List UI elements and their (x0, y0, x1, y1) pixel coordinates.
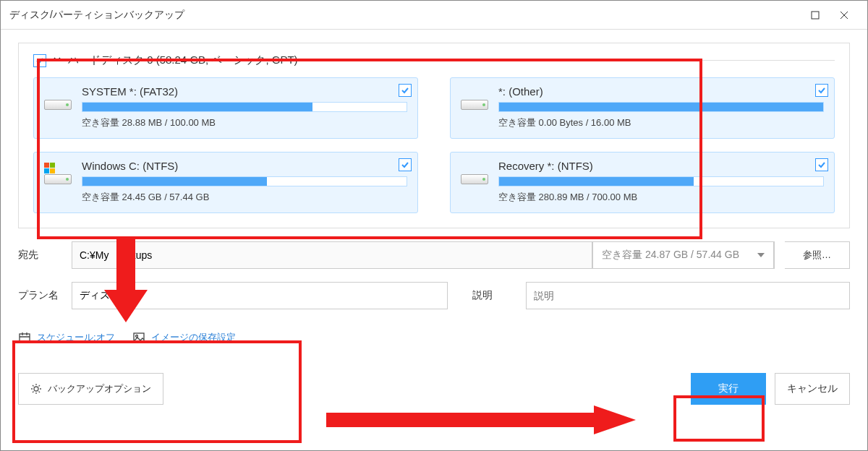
partition-grid: SYSTEM *: (FAT32) 空き容量 28.88 MB / 100.00… (33, 77, 835, 213)
schedule-text: スケジュール:オフ (37, 331, 115, 344)
calendar-icon (18, 331, 31, 344)
usage-bar (498, 176, 824, 186)
annotation-arrow-right (326, 405, 637, 437)
disk-checkbox[interactable] (33, 54, 46, 67)
partition-card[interactable]: SYSTEM *: (FAT32) 空き容量 28.88 MB / 100.00… (33, 77, 418, 139)
titlebar: ディスク/パーティションバックアップ (1, 1, 867, 30)
partition-card[interactable]: Recovery *: (NTFS) 空き容量 280.89 MB / 700.… (450, 152, 835, 213)
drive-icon (44, 90, 73, 119)
description-label: 説明 (472, 289, 516, 302)
svg-rect-2 (134, 333, 144, 342)
disk-panel: ハードディスク 0 (58.24 GB, ベーシック, GPT) SYSTEM … (18, 43, 850, 228)
image-icon (132, 331, 145, 344)
partition-name: SYSTEM *: (FAT32) (82, 85, 407, 98)
backup-options-label: バックアップオプション (48, 382, 151, 395)
description-input[interactable] (526, 282, 850, 309)
disk-header: ハードディスク 0 (58.24 GB, ベーシック, GPT) (33, 53, 835, 67)
partition-free: 空き容量 24.45 GB / 57.44 GB (82, 191, 407, 204)
partition-card[interactable]: Windows C: (NTFS) 空き容量 24.45 GB / 57.44 … (33, 152, 418, 213)
schedule-link[interactable]: スケジュール:オフ (18, 331, 115, 344)
partition-checkbox[interactable] (815, 158, 828, 171)
partition-name: Recovery *: (NTFS) (498, 160, 824, 172)
destination-dropdown[interactable] (748, 241, 774, 269)
annotation-arrow-down (101, 239, 151, 328)
chevron-down-icon[interactable] (52, 54, 62, 66)
partition-checkbox[interactable] (399, 158, 412, 171)
plan-label: プラン名 (18, 289, 61, 302)
partition-checkbox[interactable] (399, 84, 412, 97)
svg-point-4 (34, 387, 38, 391)
partition-free: 空き容量 28.88 MB / 100.00 MB (82, 116, 407, 129)
usage-bar (82, 176, 407, 186)
svg-rect-1 (20, 334, 30, 343)
destination-free-label: 空き容量 24.87 GB / 57.44 GB (593, 249, 748, 262)
usage-bar (82, 102, 407, 112)
partition-checkbox[interactable] (815, 84, 828, 97)
drive-icon (461, 90, 490, 119)
cancel-button[interactable]: キャンセル (775, 373, 850, 405)
backup-options-button[interactable]: バックアップオプション (18, 373, 163, 405)
window-title: ディスク/パーティションバックアップ (9, 9, 801, 22)
svg-rect-0 (812, 12, 819, 19)
retention-link[interactable]: イメージの保存設定 (132, 331, 236, 344)
destination-label: 宛先 (18, 249, 61, 262)
retention-text: イメージの保存設定 (151, 331, 236, 344)
windows-icon (44, 163, 56, 174)
close-button[interactable] (830, 4, 859, 26)
disk-title: ハードディスク 0 (58.24 GB, ベーシック, GPT) (68, 53, 298, 67)
svg-rect-5 (116, 239, 135, 290)
maximize-button[interactable] (801, 4, 830, 26)
usage-bar (498, 102, 824, 112)
partition-free: 空き容量 280.89 MB / 700.00 MB (498, 191, 824, 204)
partition-name: Windows C: (NTFS) (82, 160, 407, 172)
drive-icon (461, 164, 490, 193)
execute-button[interactable]: 実行 (691, 373, 766, 405)
gear-icon (30, 383, 42, 395)
browse-button[interactable]: 参照… (785, 241, 850, 269)
svg-point-3 (135, 335, 137, 338)
drive-icon (44, 164, 73, 193)
header-divider (311, 60, 835, 61)
partition-card[interactable]: *: (Other) 空き容量 0.00 Bytes / 16.00 MB (450, 77, 835, 139)
partition-name: *: (Other) (498, 85, 824, 98)
partition-free: 空き容量 0.00 Bytes / 16.00 MB (498, 116, 824, 129)
options-row: スケジュール:オフ イメージの保存設定 (18, 331, 850, 344)
svg-rect-6 (326, 413, 594, 427)
